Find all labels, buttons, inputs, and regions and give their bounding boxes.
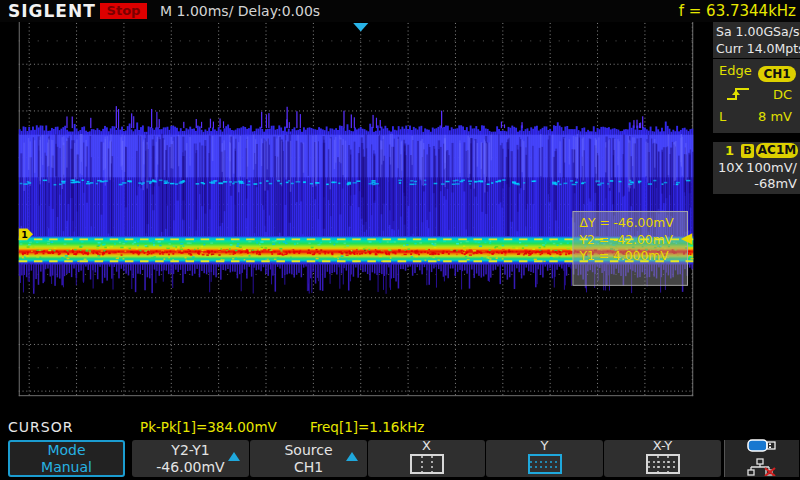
y-cursors-icon: [528, 454, 562, 478]
pkpk-measurement: Pk-Pk[1]=384.00mV: [140, 419, 277, 435]
mode-value: Manual: [41, 459, 92, 476]
waveform-display: ΔY = -46.00mV Y2 = -42.00mV Y1 = 4.000mV…: [0, 22, 712, 417]
active-menu-title: CURSOR: [8, 419, 73, 435]
cursor-readout-box: ΔY = -46.00mV Y2 = -42.00mV Y1 = 4.000mV: [573, 211, 688, 285]
channel1-offset: -68mV: [754, 176, 797, 191]
source-value: CH1: [294, 459, 323, 476]
oscilloscope-screen: SIGLENT Stop M 1.00ms/ Delay:0.00s f = 6…: [0, 0, 800, 480]
acquisition-panel: Sa 1.00GSa/s Curr 14.0Mpts: [713, 22, 800, 58]
channel1-number: 1: [725, 143, 734, 158]
softkey-menu: Mode Manual Y2-Y1 -46.00mV Source CH1 X …: [0, 437, 800, 480]
softkey-y-cursors-button[interactable]: Y: [486, 440, 603, 477]
trigger-panel: Edge CH1 DC L 8 mV: [713, 59, 800, 133]
softkey-x-cursors-button[interactable]: X: [368, 440, 485, 477]
softkey-y2y1-button[interactable]: Y2-Y1 -46.00mV: [132, 440, 249, 477]
rising-edge-icon: [725, 86, 751, 105]
freq-measurement: Freq[1]=1.16kHz: [310, 419, 424, 435]
softkey-xy-cursors-button[interactable]: X-Y: [604, 440, 721, 477]
trigger-level-label: L: [719, 109, 726, 124]
bandwidth-limit-badge: B: [741, 144, 754, 158]
trigger-coupling: DC: [773, 87, 792, 102]
up-arrow-icon: [228, 452, 240, 461]
xy-cursors-icon: [646, 454, 680, 478]
sample-rate: Sa 1.00GSa/s: [713, 23, 800, 40]
source-label: Source: [284, 442, 332, 459]
x-cursors-label: X: [422, 439, 431, 452]
frequency-counter: f = 63.7344kHz: [679, 2, 796, 20]
y-cursors-label: Y: [541, 439, 549, 452]
io-status-cell: [724, 440, 799, 477]
up-arrow-icon: [346, 452, 358, 461]
x-cursors-icon: [410, 454, 444, 478]
memory-depth: Curr 14.0Mpts: [713, 40, 800, 57]
channel1-marker-label: 1: [21, 229, 28, 240]
lan-disconnected-icon: [747, 458, 777, 480]
y2y1-label: Y2-Y1: [171, 442, 209, 459]
volts-per-div: 100mV/: [746, 160, 797, 175]
usb-device-icon: [747, 438, 777, 457]
top-bar: SIGLENT Stop M 1.00ms/ Delay:0.00s f = 6…: [0, 0, 800, 22]
softkey-source-button[interactable]: Source CH1: [250, 440, 367, 477]
channel1-coupling-badge: AC1M: [756, 143, 798, 158]
xy-cursors-label: X-Y: [653, 439, 672, 452]
acquisition-status-badge[interactable]: Stop: [100, 3, 147, 19]
trigger-position-marker[interactable]: [353, 23, 368, 32]
trigger-source-badge: CH1: [758, 66, 796, 82]
trigger-level-value: 8 mV: [758, 109, 792, 124]
timebase-readout[interactable]: M 1.00ms/ Delay:0.00s: [160, 3, 320, 19]
softkey-mode-button[interactable]: Mode Manual: [8, 440, 125, 477]
cursor-delta-y-value: ΔY = -46.00mV: [580, 216, 675, 230]
trigger-type: Edge: [719, 63, 752, 78]
mode-label: Mode: [47, 442, 85, 459]
probe-attenuation: 10X: [718, 160, 743, 175]
channel1-panel[interactable]: 1 B AC1M 10X 100mV/ -68mV: [713, 142, 800, 194]
brand-logo: SIGLENT: [8, 1, 96, 21]
y2y1-value: -46.00mV: [156, 459, 224, 476]
